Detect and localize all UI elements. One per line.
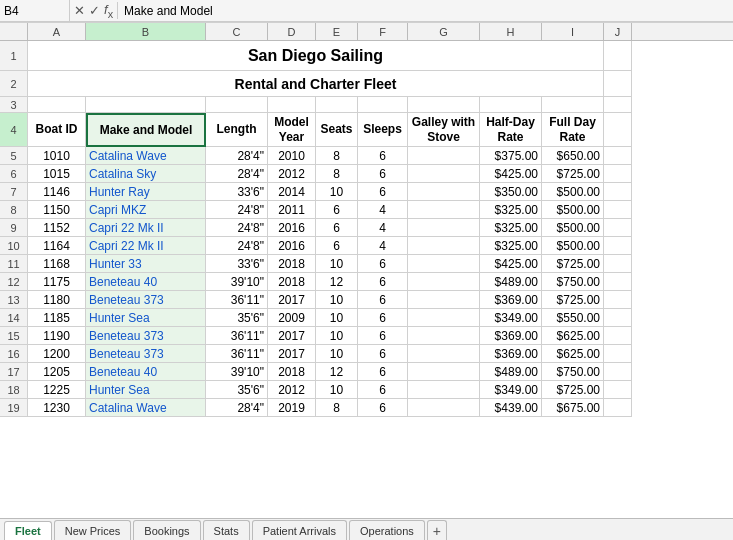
cell-B8[interactable]: Capri MKZ xyxy=(86,201,206,219)
cell-G14[interactable] xyxy=(408,309,480,327)
cell-E5[interactable]: 8 xyxy=(316,147,358,165)
cell-A17[interactable]: 1205 xyxy=(28,363,86,381)
cell-F11[interactable]: 6 xyxy=(358,255,408,273)
cell-D9[interactable]: 2016 xyxy=(268,219,316,237)
cell-B7[interactable]: Hunter Ray xyxy=(86,183,206,201)
col-header-G[interactable]: G xyxy=(408,23,480,40)
cell-D14[interactable]: 2009 xyxy=(268,309,316,327)
cell-G17[interactable] xyxy=(408,363,480,381)
cell-E17[interactable]: 12 xyxy=(316,363,358,381)
cell-B11[interactable]: Hunter 33 xyxy=(86,255,206,273)
cell-A14[interactable]: 1185 xyxy=(28,309,86,327)
cell-F6[interactable]: 6 xyxy=(358,165,408,183)
cell-C13[interactable]: 36'11" xyxy=(206,291,268,309)
cell-D4[interactable]: Model Year xyxy=(268,113,316,147)
cell-C5[interactable]: 28'4" xyxy=(206,147,268,165)
cell-D11[interactable]: 2018 xyxy=(268,255,316,273)
cell-B13[interactable]: Beneteau 373 xyxy=(86,291,206,309)
cell-I13[interactable]: $725.00 xyxy=(542,291,604,309)
cell-I5[interactable]: $650.00 xyxy=(542,147,604,165)
cell-I4[interactable]: Full Day Rate xyxy=(542,113,604,147)
cell-D10[interactable]: 2016 xyxy=(268,237,316,255)
cell-I16[interactable]: $625.00 xyxy=(542,345,604,363)
cell-G13[interactable] xyxy=(408,291,480,309)
cell-H14[interactable]: $349.00 xyxy=(480,309,542,327)
cell-A13[interactable]: 1180 xyxy=(28,291,86,309)
cell-C19[interactable]: 28'4" xyxy=(206,399,268,417)
cell-I19[interactable]: $675.00 xyxy=(542,399,604,417)
cell-D13[interactable]: 2017 xyxy=(268,291,316,309)
add-sheet-button[interactable]: + xyxy=(427,520,447,540)
cell-F14[interactable]: 6 xyxy=(358,309,408,327)
cell-A6[interactable]: 1015 xyxy=(28,165,86,183)
tab-fleet[interactable]: Fleet xyxy=(4,521,52,540)
cell-F17[interactable]: 6 xyxy=(358,363,408,381)
cell-G6[interactable] xyxy=(408,165,480,183)
cell-G15[interactable] xyxy=(408,327,480,345)
cell-G11[interactable] xyxy=(408,255,480,273)
cell-C6[interactable]: 28'4" xyxy=(206,165,268,183)
cell-E10[interactable]: 6 xyxy=(316,237,358,255)
cell-A5[interactable]: 1010 xyxy=(28,147,86,165)
cell-F19[interactable]: 6 xyxy=(358,399,408,417)
cell-B17[interactable]: Beneteau 40 xyxy=(86,363,206,381)
cell-C16[interactable]: 36'11" xyxy=(206,345,268,363)
tab-stats[interactable]: Stats xyxy=(203,520,250,540)
cell-F18[interactable]: 6 xyxy=(358,381,408,399)
cell-D18[interactable]: 2012 xyxy=(268,381,316,399)
cell-F15[interactable]: 6 xyxy=(358,327,408,345)
cell-E13[interactable]: 10 xyxy=(316,291,358,309)
cell-I6[interactable]: $725.00 xyxy=(542,165,604,183)
cell-C11[interactable]: 33'6" xyxy=(206,255,268,273)
cell-I8[interactable]: $500.00 xyxy=(542,201,604,219)
cell-G19[interactable] xyxy=(408,399,480,417)
cell-E8[interactable]: 6 xyxy=(316,201,358,219)
cell-I10[interactable]: $500.00 xyxy=(542,237,604,255)
cell-C18[interactable]: 35'6" xyxy=(206,381,268,399)
cell-B19[interactable]: Catalina Wave xyxy=(86,399,206,417)
cell-D8[interactable]: 2011 xyxy=(268,201,316,219)
cell-H10[interactable]: $325.00 xyxy=(480,237,542,255)
cell-F5[interactable]: 6 xyxy=(358,147,408,165)
cell-F9[interactable]: 4 xyxy=(358,219,408,237)
cell-G16[interactable] xyxy=(408,345,480,363)
cell-E12[interactable]: 12 xyxy=(316,273,358,291)
cell-A10[interactable]: 1164 xyxy=(28,237,86,255)
cell-A4[interactable]: Boat ID xyxy=(28,113,86,147)
tab-operations[interactable]: Operations xyxy=(349,520,425,540)
cell-H13[interactable]: $369.00 xyxy=(480,291,542,309)
cell-I7[interactable]: $500.00 xyxy=(542,183,604,201)
cell-A18[interactable]: 1225 xyxy=(28,381,86,399)
cell-C14[interactable]: 35'6" xyxy=(206,309,268,327)
cell-D15[interactable]: 2017 xyxy=(268,327,316,345)
cell-A19[interactable]: 1230 xyxy=(28,399,86,417)
cell-I17[interactable]: $750.00 xyxy=(542,363,604,381)
cell-I15[interactable]: $625.00 xyxy=(542,327,604,345)
cell-H12[interactable]: $489.00 xyxy=(480,273,542,291)
cell-C10[interactable]: 24'8" xyxy=(206,237,268,255)
cell-H17[interactable]: $489.00 xyxy=(480,363,542,381)
cell-C17[interactable]: 39'10" xyxy=(206,363,268,381)
cell-H8[interactable]: $325.00 xyxy=(480,201,542,219)
cell-A11[interactable]: 1168 xyxy=(28,255,86,273)
cell-G8[interactable] xyxy=(408,201,480,219)
cell-H15[interactable]: $369.00 xyxy=(480,327,542,345)
cell-E11[interactable]: 10 xyxy=(316,255,358,273)
cell-F10[interactable]: 4 xyxy=(358,237,408,255)
cell-H11[interactable]: $425.00 xyxy=(480,255,542,273)
cell-H16[interactable]: $369.00 xyxy=(480,345,542,363)
cell-I11[interactable]: $725.00 xyxy=(542,255,604,273)
cell-H18[interactable]: $349.00 xyxy=(480,381,542,399)
cell-H7[interactable]: $350.00 xyxy=(480,183,542,201)
cell-H9[interactable]: $325.00 xyxy=(480,219,542,237)
cell-C12[interactable]: 39'10" xyxy=(206,273,268,291)
col-header-B[interactable]: B xyxy=(86,23,206,40)
cell-C15[interactable]: 36'11" xyxy=(206,327,268,345)
col-header-J[interactable]: J xyxy=(604,23,632,40)
cell-I12[interactable]: $750.00 xyxy=(542,273,604,291)
cell-I18[interactable]: $725.00 xyxy=(542,381,604,399)
tab-patient-arrivals[interactable]: Patient Arrivals xyxy=(252,520,347,540)
cell-D17[interactable]: 2018 xyxy=(268,363,316,381)
cell-E7[interactable]: 10 xyxy=(316,183,358,201)
col-header-I[interactable]: I xyxy=(542,23,604,40)
